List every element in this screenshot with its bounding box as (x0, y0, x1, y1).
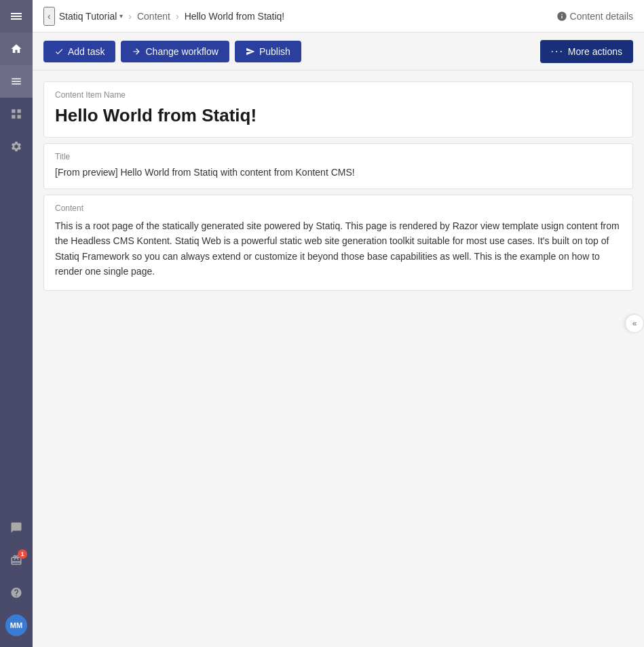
body-label: Content (44, 195, 632, 216)
content-area: Content Item Name Hello World from Stati… (33, 71, 644, 647)
sidebar-top (0, 0, 33, 511)
sidebar-item-home[interactable] (0, 33, 33, 65)
topbar-right: Content details (556, 11, 633, 22)
publish-button[interactable]: Publish (235, 41, 301, 62)
info-icon (556, 11, 567, 22)
back-button[interactable]: ‹ (43, 7, 55, 26)
breadcrumb-content: Content (137, 11, 170, 22)
content-item-name-label: Content Item Name (44, 82, 632, 102)
project-name[interactable]: Statiq Tutorial ▾ (59, 11, 124, 22)
title-value: [From preview] Hello World from Statiq w… (44, 164, 632, 189)
main-area: ‹ Statiq Tutorial ▾ › Content › Hello Wo… (33, 0, 644, 647)
sidebar-item-gifts[interactable]: 1 (0, 544, 33, 576)
sidebar-item-chat[interactable] (0, 511, 33, 544)
title-label: Title (44, 144, 632, 164)
change-workflow-button[interactable]: Change workflow (121, 41, 229, 62)
grid-icon (10, 108, 22, 120)
gift-badge: 1 (18, 549, 27, 559)
breadcrumb-separator-2: › (176, 11, 179, 22)
help-icon (10, 587, 22, 599)
title-panel: Title [From preview] Hello World from St… (43, 143, 633, 189)
more-actions-button[interactable]: ··· More actions (540, 40, 634, 63)
change-workflow-icon (132, 47, 141, 56)
content-body-panel: Content This is a root page of the stati… (43, 195, 633, 291)
project-chevron-icon: ▾ (119, 12, 123, 20)
chat-icon (10, 522, 22, 534)
sidebar-logo[interactable] (0, 0, 33, 33)
content-icon (10, 75, 22, 87)
collapse-icon: « (632, 319, 637, 328)
content-details-button[interactable]: Content details (556, 11, 633, 22)
sidebar: 1 MM (0, 0, 33, 647)
gear-icon (10, 140, 22, 153)
more-actions-dots-icon: ··· (551, 45, 564, 58)
add-task-icon (54, 47, 64, 56)
current-page-title: Hello World from Statiq! (185, 11, 285, 22)
topbar: ‹ Statiq Tutorial ▾ › Content › Hello Wo… (33, 0, 644, 33)
add-task-button[interactable]: Add task (43, 41, 115, 62)
avatar[interactable]: MM (5, 614, 27, 636)
content-item-name-panel: Content Item Name Hello World from Stati… (43, 81, 633, 138)
publish-icon (246, 47, 255, 56)
breadcrumb-separator-1: › (128, 11, 132, 22)
sidebar-item-assets[interactable] (0, 98, 33, 130)
menu-icon (11, 13, 22, 20)
content-item-name-value: Hello World from Statiq! (44, 102, 632, 137)
sidebar-item-settings[interactable] (0, 130, 33, 163)
toolbar: Add task Change workflow Publish ··· Mor… (33, 33, 644, 71)
sidebar-item-help[interactable] (0, 576, 33, 609)
collapse-panel-button[interactable]: « (625, 314, 644, 333)
sidebar-bottom: 1 MM (0, 511, 33, 647)
body-value: This is a root page of the statically ge… (44, 216, 632, 290)
home-icon (10, 43, 22, 55)
sidebar-item-content[interactable] (0, 65, 33, 98)
